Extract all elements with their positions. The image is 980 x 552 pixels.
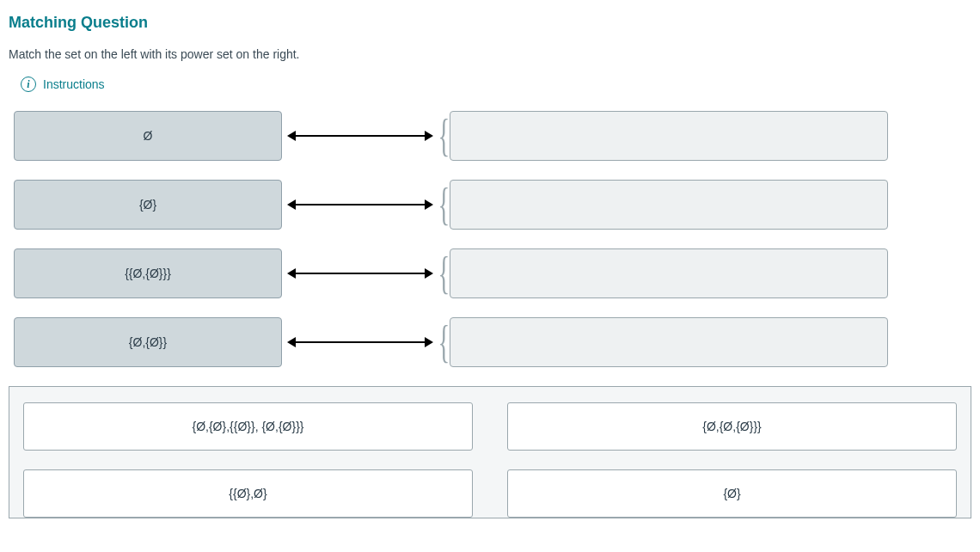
left-item[interactable]: {Ø} [14, 180, 282, 230]
instructions-label: Instructions [43, 77, 105, 91]
match-row: {{Ø,{Ø}}} { [14, 248, 971, 298]
brace-icon: { [438, 187, 450, 223]
arrow-left-icon [287, 199, 296, 210]
connector-line [296, 135, 425, 137]
match-row: Ø { [14, 111, 971, 161]
drop-target[interactable] [450, 248, 888, 298]
page-title: Matching Question [9, 14, 971, 32]
connector-line [296, 204, 425, 205]
connector-line [296, 341, 425, 343]
brace-icon: { [438, 255, 450, 291]
answer-option[interactable]: {Ø} [507, 469, 957, 518]
info-icon: i [21, 77, 36, 92]
brace-icon: { [438, 324, 450, 360]
arrow-left-icon [287, 268, 296, 279]
connector-arrow [287, 265, 433, 282]
instructions-link[interactable]: i Instructions [21, 77, 971, 92]
connector-arrow [287, 196, 433, 213]
arrow-left-icon [287, 337, 296, 347]
connector-arrow [287, 127, 433, 144]
arrow-left-icon [287, 131, 296, 141]
left-item[interactable]: {Ø,{Ø}} [14, 317, 282, 367]
question-prompt: Match the set on the left with its power… [9, 47, 971, 61]
match-row: {Ø,{Ø}} { [14, 317, 971, 367]
answers-tray: {Ø,{Ø},{{Ø}}, {Ø,{Ø}}} {Ø,{Ø,{Ø}}} {{Ø},… [9, 386, 971, 518]
connector-line [296, 273, 425, 274]
answer-option[interactable]: {Ø,{Ø},{{Ø}}, {Ø,{Ø}}} [23, 402, 473, 451]
answer-option[interactable]: {Ø,{Ø,{Ø}}} [507, 402, 957, 451]
drop-target[interactable] [450, 111, 888, 161]
left-item[interactable]: {{Ø,{Ø}}} [14, 248, 282, 298]
connector-arrow [287, 334, 433, 351]
match-row: {Ø} { [14, 180, 971, 230]
arrow-right-icon [425, 337, 433, 347]
drop-target[interactable] [450, 317, 888, 367]
arrow-right-icon [425, 131, 433, 141]
arrow-right-icon [425, 199, 433, 210]
brace-icon: { [438, 118, 450, 154]
drop-target[interactable] [450, 180, 888, 230]
match-area: Ø { {Ø} { {{Ø,{Ø}}} { {Ø,{Ø}} [14, 111, 971, 367]
arrow-right-icon [425, 268, 433, 279]
answer-option[interactable]: {{Ø},Ø} [23, 469, 473, 518]
left-item[interactable]: Ø [14, 111, 282, 161]
